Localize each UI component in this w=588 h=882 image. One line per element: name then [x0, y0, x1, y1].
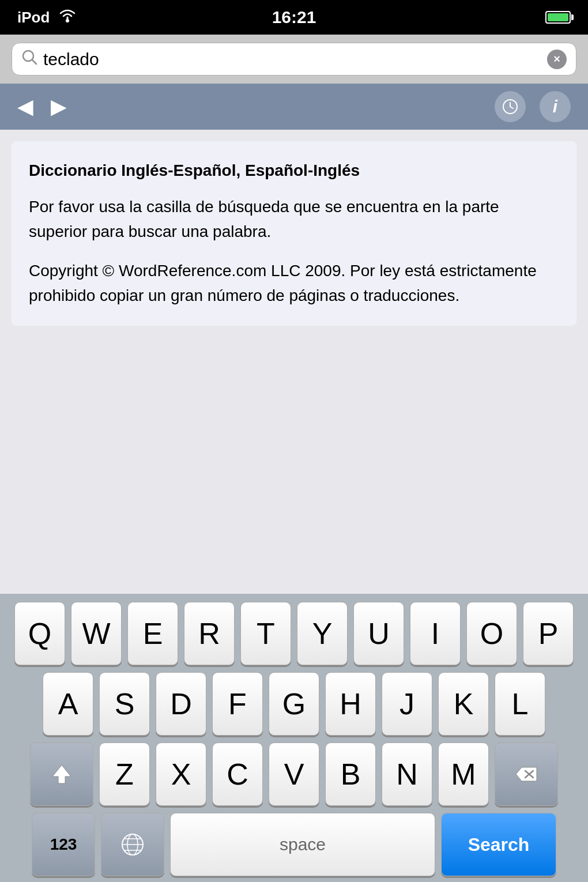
key-y[interactable]: Y — [297, 602, 348, 665]
key-o[interactable]: O — [466, 602, 517, 665]
svg-marker-6 — [52, 765, 71, 783]
key-j[interactable]: J — [382, 672, 432, 736]
svg-line-2 — [32, 60, 36, 64]
content-copyright: Copyright © WordReference.com LLC 2009. … — [29, 258, 559, 308]
forward-button[interactable]: ▶ — [51, 95, 67, 119]
keyboard-row-1: QWERTYUIOP — [5, 602, 583, 665]
key-d[interactable]: D — [156, 672, 206, 736]
key-a[interactable]: A — [43, 672, 93, 736]
num-key[interactable]: 123 — [32, 813, 95, 876]
key-x[interactable]: X — [156, 742, 206, 806]
content-card: Diccionario Inglés-Español, Español-Ingl… — [12, 141, 576, 326]
shift-key[interactable] — [30, 742, 93, 806]
search-input[interactable] — [43, 50, 541, 69]
status-right — [545, 11, 571, 24]
status-left: iPod — [17, 8, 77, 27]
key-s[interactable]: S — [99, 672, 150, 736]
key-q[interactable]: Q — [14, 602, 65, 665]
keyboard: QWERTYUIOP ASDFGHJKL ZXCVBNM 123spaceSea… — [0, 594, 588, 882]
carrier-label: iPod — [17, 9, 50, 27]
wifi-icon — [58, 8, 77, 27]
search-icon — [21, 49, 37, 69]
key-c[interactable]: C — [212, 742, 263, 806]
content-body: Por favor usa la casilla de búsqueda que… — [29, 194, 559, 244]
key-f[interactable]: F — [212, 672, 263, 736]
keyboard-row-2: ASDFGHJKL — [5, 672, 583, 736]
key-r[interactable]: R — [184, 602, 235, 665]
key-w[interactable]: W — [71, 602, 122, 665]
keyboard-row-4: 123spaceSearch — [5, 813, 583, 876]
key-h[interactable]: H — [325, 672, 376, 736]
key-b[interactable]: B — [325, 742, 376, 806]
history-button[interactable] — [495, 91, 526, 122]
content-title: Diccionario Inglés-Español, Español-Ingl… — [29, 159, 559, 183]
content-area: Diccionario Inglés-Español, Español-Ingl… — [0, 130, 588, 594]
key-g[interactable]: G — [269, 672, 319, 736]
search-bar: × — [0, 35, 588, 84]
battery-fill — [548, 13, 568, 21]
back-button[interactable]: ◀ — [17, 95, 33, 119]
key-v[interactable]: V — [269, 742, 319, 806]
nav-right: i — [495, 91, 571, 122]
search-key[interactable]: Search — [441, 813, 556, 876]
key-u[interactable]: U — [353, 602, 404, 665]
key-t[interactable]: T — [240, 602, 291, 665]
globe-key[interactable] — [101, 813, 164, 876]
status-time: 16:21 — [272, 7, 316, 27]
nav-bar: ◀ ▶ i — [0, 84, 588, 130]
keyboard-row-3: ZXCVBNM — [5, 742, 583, 806]
key-k[interactable]: K — [438, 672, 489, 736]
info-button[interactable]: i — [540, 91, 571, 122]
key-i[interactable]: I — [410, 602, 461, 665]
nav-left: ◀ ▶ — [17, 95, 67, 119]
battery-icon — [545, 11, 571, 24]
svg-point-0 — [66, 19, 69, 22]
key-l[interactable]: L — [495, 672, 545, 736]
key-m[interactable]: M — [438, 742, 489, 806]
delete-key[interactable] — [495, 742, 558, 806]
key-e[interactable]: E — [127, 602, 178, 665]
key-n[interactable]: N — [382, 742, 432, 806]
status-bar: iPod 16:21 — [0, 0, 588, 35]
space-key[interactable]: space — [170, 813, 435, 876]
clear-button[interactable]: × — [547, 50, 567, 69]
key-p[interactable]: P — [523, 602, 574, 665]
search-input-wrapper: × — [12, 43, 576, 76]
key-z[interactable]: Z — [99, 742, 150, 806]
svg-line-5 — [510, 107, 513, 108]
